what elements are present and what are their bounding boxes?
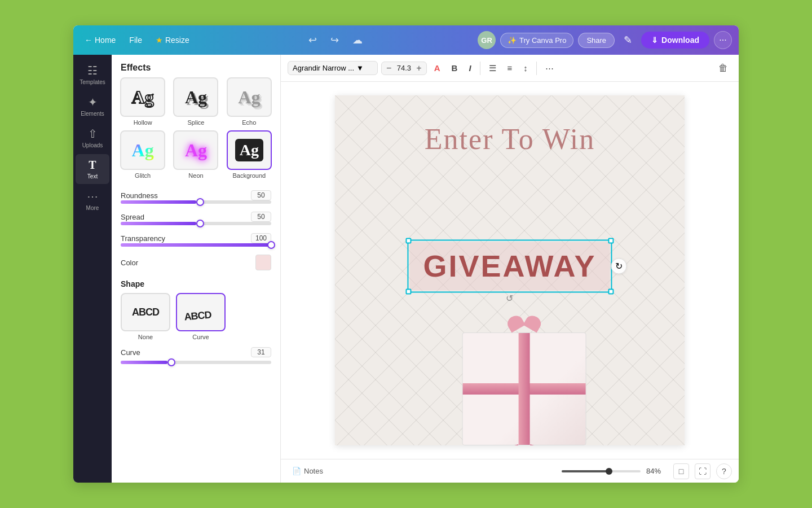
spacing-button[interactable]: ↕ [519, 60, 532, 76]
roundness-slider-thumb[interactable] [196, 198, 204, 206]
sidebar-icons: ☷ Templates ✦ Elements ⇧ Uploads T Text … [73, 55, 112, 483]
rotate-handle[interactable]: ↻ [611, 258, 627, 274]
align-icon: ☰ [489, 63, 496, 73]
templates-label: Templates [80, 79, 105, 85]
corner-handle-tl[interactable] [405, 238, 411, 243]
zoom-bar: 84% □ ⛶ ? [333, 463, 732, 479]
toolbar: Agrandir Narrow ... ▼ − 74.3 + A B I [281, 55, 739, 82]
corner-handle-tr[interactable] [608, 238, 614, 243]
align-button[interactable]: ☰ [485, 60, 500, 76]
back-icon: ← [85, 36, 92, 45]
shape-curve[interactable]: ABCD Curve [176, 293, 226, 340]
enter-to-win-text: Enter To Win [425, 122, 595, 156]
spread-slider-thumb[interactable] [196, 220, 204, 227]
top-bar-left: ← Home File ★ Resize [80, 33, 194, 47]
sidebar-item-elements[interactable]: ✦ Elements [76, 91, 109, 121]
trash-icon: 🗑 [718, 63, 728, 73]
list-button[interactable]: ≡ [504, 60, 517, 76]
effect-splice[interactable]: Ag Splice [171, 77, 220, 126]
splice-label: Splice [188, 119, 205, 126]
effects-grid: Ag Hollow Ag Splice Ag Echo [112, 77, 280, 186]
cloud-button[interactable]: ☁ [348, 32, 367, 49]
more-options-button[interactable]: ··· [714, 31, 732, 49]
try-pro-button[interactable]: ✨ Try Canva Pro [500, 33, 573, 48]
shape-none[interactable]: ABCD None [121, 293, 170, 340]
notes-button[interactable]: 📄 Notes [288, 465, 328, 478]
uploads-label: Uploads [82, 142, 103, 148]
transparency-control: Transparency 100 [121, 233, 271, 247]
curve-slider-track[interactable] [121, 361, 271, 364]
fullscreen-button[interactable]: ⛶ [695, 463, 710, 479]
text-color-button[interactable]: A [430, 60, 444, 76]
text-icon: T [89, 159, 96, 172]
roundness-slider-track[interactable] [121, 200, 271, 204]
effect-background[interactable]: Ag Background [225, 130, 273, 179]
font-size-decrease[interactable]: − [384, 63, 394, 73]
font-selector[interactable]: Agrandir Narrow ... ▼ [288, 61, 378, 75]
zoom-slider-dot[interactable] [606, 468, 612, 475]
effect-echo[interactable]: Ag Echo [225, 77, 273, 126]
svg-text:ABCD: ABCD [184, 309, 213, 322]
sidebar-item-more[interactable]: ⋯ More [76, 185, 109, 216]
delete-button[interactable]: 🗑 [714, 60, 732, 77]
zoom-slider-fill [562, 470, 609, 472]
shape-none-thumb: ABCD [121, 293, 170, 331]
font-name: Agrandir Narrow ... [293, 64, 354, 72]
transparency-row: Transparency 100 [121, 233, 271, 243]
shape-curve-svg: ABCD [181, 301, 220, 323]
canvas-background[interactable]: Enter To Win GIVEAWAY ↻ ↺ [335, 95, 685, 445]
glitch-preview: Ag [132, 140, 154, 161]
neon-thumb: Ag [173, 130, 218, 170]
top-bar: ← Home File ★ Resize ↩ ↪ ☁ GR ✨ Try Canv… [73, 25, 739, 55]
notes-label: Notes [304, 467, 323, 475]
effect-neon[interactable]: Ag Neon [171, 130, 220, 179]
spread-label: Spread [121, 213, 144, 221]
redo-button[interactable]: ↪ [326, 32, 343, 49]
fit-page-button[interactable]: □ [673, 463, 689, 479]
download-button[interactable]: ⇓ Download [641, 32, 709, 49]
spacing-icon: ↕ [523, 63, 528, 73]
sidebar-item-templates[interactable]: ☷ Templates [76, 59, 109, 90]
transparency-slider-track[interactable] [121, 243, 271, 247]
zoom-slider-track[interactable] [562, 470, 641, 472]
home-label: Home [95, 36, 116, 45]
more-text-options[interactable]: ⋯ [541, 60, 558, 76]
background-preview: Ag [235, 139, 263, 161]
share-button[interactable]: Share [578, 33, 615, 48]
sidebar-item-text[interactable]: T Text [76, 154, 109, 184]
help-button[interactable]: ? [716, 463, 732, 479]
transparency-slider-fill [121, 243, 271, 247]
gift-box [434, 276, 615, 445]
curve-slider-thumb[interactable] [167, 358, 175, 366]
spread-row: Spread 50 [121, 212, 271, 222]
canvas-main: Agrandir Narrow ... ▼ − 74.3 + A B I [281, 55, 739, 483]
toolbar-divider-1 [480, 62, 480, 75]
effect-glitch[interactable]: Ag Glitch [118, 130, 167, 179]
home-button[interactable]: ← Home [80, 33, 120, 47]
font-size-increase[interactable]: + [414, 63, 423, 73]
font-size-control: − 74.3 + [381, 62, 427, 75]
zoom-percentage: 84% [646, 467, 668, 475]
corner-handle-bl[interactable] [405, 288, 411, 294]
effects-title: Effects [112, 55, 280, 77]
italic-button[interactable]: I [465, 60, 475, 76]
avatar-button[interactable]: GR [478, 31, 496, 49]
spread-slider-track[interactable] [121, 222, 271, 225]
transparency-slider-thumb[interactable] [267, 241, 275, 249]
analytics-button[interactable]: ✎ [619, 32, 637, 49]
splice-preview: Ag [185, 87, 207, 108]
fullscreen-icon: ⛶ [699, 467, 707, 476]
more-icon: ⋯ [87, 190, 98, 203]
shape-grid: ABCD None ABCD Curve [112, 291, 280, 345]
effect-hollow[interactable]: Ag Hollow [118, 77, 167, 126]
roundness-label: Roundness [121, 191, 158, 200]
curve-slider-fill [121, 361, 167, 364]
bold-button[interactable]: B [448, 60, 462, 76]
resize-button[interactable]: ★ Resize [151, 33, 194, 47]
sidebar-item-uploads[interactable]: ⇧ Uploads [76, 122, 109, 153]
body-area: ☷ Templates ✦ Elements ⇧ Uploads T Text … [73, 55, 739, 483]
undo-button[interactable]: ↩ [304, 32, 321, 49]
glitch-thumb: Ag [120, 130, 165, 170]
color-swatch[interactable] [255, 255, 271, 270]
file-button[interactable]: File [125, 33, 147, 47]
